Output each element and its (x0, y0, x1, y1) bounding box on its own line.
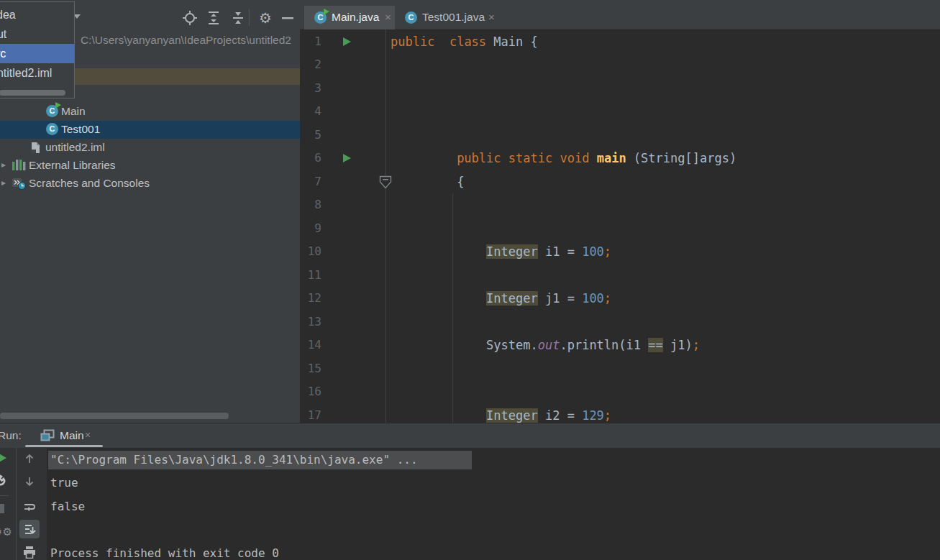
printer-icon[interactable] (23, 546, 36, 560)
class-icon: C (46, 123, 58, 135)
code-token: 100 (582, 244, 604, 259)
line-number: 13 (300, 311, 321, 334)
code-token: public (457, 151, 501, 165)
code-token: public (391, 35, 434, 49)
close-icon[interactable]: × (488, 6, 495, 28)
line-number: 4 (300, 100, 321, 124)
chevron-right-icon[interactable]: ▸ (1, 178, 6, 188)
code-token: j1) (663, 338, 693, 352)
build-gears-icon[interactable]: ⚙⚙ (0, 525, 12, 538)
run-console-area: ⚙⚙ (0, 448, 940, 560)
external-libraries-icon (12, 160, 25, 172)
code-token: (String[]args) (626, 151, 737, 165)
code-line-17[interactable]: Integer i2 = 129; (391, 404, 611, 424)
run-line-icon[interactable] (343, 154, 351, 162)
line-number: 9 (300, 217, 321, 241)
line-number: 14 (300, 334, 321, 357)
rerun-icon[interactable] (0, 453, 6, 463)
code-line-14[interactable]: System.out.println(i1 == j1); (391, 334, 700, 357)
line-number: 10 (300, 240, 321, 264)
class-icon: C (405, 12, 417, 24)
editor-tab-main-java[interactable]: CMain.java× (304, 6, 395, 29)
code-line-10[interactable]: Integer i1 = 100; (391, 240, 611, 264)
editor-tab-bar: CMain.java×CTest001.java× (300, 0, 940, 29)
up-arrow-icon[interactable] (24, 453, 35, 467)
run-line-icon[interactable] (343, 37, 351, 46)
line-number: 6 (300, 147, 321, 170)
hide-panel-icon[interactable] (279, 9, 296, 27)
run-tool-window: Run: Main × (0, 423, 940, 560)
code-editor[interactable]: 1234567891011121314151617 public class M… (300, 29, 940, 424)
code-token: .println(i1 (560, 338, 648, 352)
tree-item-external-libraries[interactable]: ▸External Libraries (0, 157, 300, 175)
code-line-6[interactable]: public static void main (String[]args) (391, 147, 736, 170)
code-token (434, 35, 449, 49)
locate-file-icon[interactable] (181, 9, 199, 27)
tree-row-highlight[interactable] (75, 68, 300, 85)
editor-tab-test001-java[interactable]: CTest001.java× (395, 6, 508, 29)
tree-item-untitled2-iml[interactable]: untitled2.iml (0, 139, 300, 157)
run-panel-title: Run: (0, 423, 22, 447)
line-number: 7 (300, 170, 321, 194)
stop-icon (0, 504, 4, 513)
code-line-1[interactable]: public class Main { (391, 30, 538, 54)
code-token: 129 (582, 408, 604, 423)
code-token (589, 151, 596, 165)
line-number: 16 (300, 380, 321, 404)
scroll-to-end-icon[interactable] (24, 523, 36, 538)
line-number: 3 (300, 77, 321, 101)
close-icon[interactable]: × (85, 423, 91, 447)
run-tab-label: Main (60, 423, 84, 447)
code-token: ; (604, 291, 611, 306)
tree-item-label: External Libraries (29, 159, 116, 172)
settings-gear-icon[interactable]: ⚙ (257, 9, 274, 27)
run-overlay-icon (55, 102, 61, 109)
collapse-all-icon[interactable] (229, 9, 247, 27)
code-token: i2 = (538, 408, 582, 423)
tree-item-test001[interactable]: CTest001 (0, 121, 300, 139)
code-token: ; (693, 338, 700, 352)
popup-item-out[interactable]: out (0, 24, 74, 44)
scratches-icon (12, 178, 25, 190)
expand-all-icon[interactable] (205, 9, 222, 27)
tree-item-main[interactable]: CMain (0, 103, 300, 121)
code-token: System. (486, 338, 538, 352)
toolbar-divider (16, 448, 17, 560)
code-token: void (560, 151, 589, 165)
ide-window: ⚙ 2 C:\Users\yanyanyan\IdeaProjects\unti… (0, 0, 940, 560)
project-horizontal-scrollbar[interactable] (0, 413, 229, 419)
fold-marker-icon[interactable] (379, 175, 392, 193)
popup-scrollbar[interactable] (0, 90, 65, 96)
code-token: 100 (582, 291, 604, 306)
line-number: 8 (300, 193, 321, 217)
code-line-7[interactable]: { (391, 170, 464, 194)
line-number: 12 (300, 287, 321, 311)
code-token: Integer (486, 244, 538, 259)
code-token: { (457, 175, 464, 189)
popup-item-src[interactable]: src (0, 44, 74, 63)
wrench-icon[interactable] (0, 474, 8, 491)
soft-wrap-icon[interactable] (23, 502, 36, 516)
toolbar-divider (0, 495, 9, 496)
down-arrow-icon[interactable] (24, 476, 35, 490)
line-number: 1 (300, 30, 321, 54)
class-icon: C (314, 12, 327, 24)
module-file-icon (30, 142, 43, 154)
tab-label: Main.java (332, 6, 379, 28)
tree-item-label: Test001 (61, 123, 100, 136)
popup-item-untitled2-iml[interactable]: untitled2.iml (0, 63, 74, 83)
chevron-right-icon[interactable]: ▸ (1, 160, 6, 170)
popup-item--idea[interactable]: .idea (0, 5, 74, 24)
close-icon[interactable]: × (385, 6, 391, 28)
gutter-separator (385, 29, 386, 424)
active-tab-indicator (25, 445, 103, 447)
tree-item-scratches-and-consoles[interactable]: ▸Scratches and Consoles (0, 175, 300, 193)
code-token: Main { (486, 35, 538, 49)
class-icon: C (46, 105, 58, 117)
run-tab-main[interactable]: Main × (36, 423, 104, 448)
code-token: static (508, 151, 552, 165)
line-number: 2 (300, 53, 321, 77)
code-line-12[interactable]: Integer j1 = 100; (391, 287, 611, 311)
code-token: Integer (486, 291, 538, 306)
tree-item-label: Main (61, 105, 86, 118)
